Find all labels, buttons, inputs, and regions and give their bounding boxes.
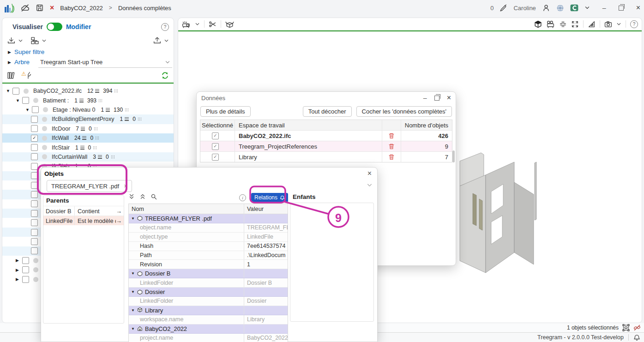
super-filtre-section[interactable]: ▶ Super filtre: [8, 48, 44, 55]
measure-setsquare-icon[interactable]: [588, 20, 596, 28]
property-row[interactable]: LinkedFolder Dossier B: [129, 278, 288, 288]
parent-row[interactable]: LinkedFile Est le modèle de →: [43, 216, 124, 225]
export-icon[interactable]: [153, 36, 162, 45]
expander-icon[interactable]: ▼: [131, 308, 135, 312]
tree-checkbox[interactable]: ✓: [31, 247, 38, 254]
projector-icon[interactable]: [182, 20, 191, 29]
property-group-row[interactable]: ▼Dossier B: [129, 269, 288, 278]
tree-checkbox[interactable]: ✓: [31, 229, 38, 236]
tree-checkbox[interactable]: ✓: [31, 210, 38, 217]
property-row[interactable]: object.type LinkedFile: [129, 233, 288, 242]
property-row[interactable]: workspace.name Library: [129, 315, 288, 324]
workspace-row[interactable]: ✓ Treegram_ProjectReferences 9: [200, 141, 452, 151]
chip-close-icon[interactable]: ×: [124, 182, 127, 190]
import-icon[interactable]: [7, 36, 16, 45]
tree-checkbox[interactable]: ✓: [32, 106, 39, 113]
pen-icon[interactable]: [500, 4, 507, 12]
close-button[interactable]: ×: [636, 4, 640, 12]
uncheck-all-button[interactable]: Tout décocher: [303, 106, 352, 117]
screenshot-camera-icon[interactable]: [604, 20, 612, 28]
tree-row[interactable]: ▼ ✓ Etage : Niveau 0 1 130: [2, 105, 174, 114]
user-avatar-icon[interactable]: [542, 4, 550, 12]
tree-checkbox[interactable]: ✓: [22, 266, 29, 273]
video-camera-icon[interactable]: [546, 20, 555, 29]
property-row[interactable]: Revision 1: [129, 260, 288, 269]
trash-icon[interactable]: [388, 154, 395, 160]
scissors-icon[interactable]: [209, 20, 217, 28]
tree-checkbox[interactable]: ✓: [31, 144, 38, 151]
search-icon[interactable]: [150, 193, 157, 200]
breadcrumb-project[interactable]: BabyCO2_2022: [60, 5, 103, 12]
tree-checkbox[interactable]: ✓: [31, 191, 38, 198]
workspace-checkbox[interactable]: ✓: [212, 143, 219, 150]
expander-icon[interactable]: ▶: [16, 277, 22, 282]
refresh-icon[interactable]: [161, 72, 169, 79]
cube-view-icon[interactable]: [534, 20, 542, 28]
user-name[interactable]: Caroline: [513, 5, 536, 12]
expander-icon[interactable]: ▼: [25, 108, 32, 112]
property-group-row[interactable]: ▼Library: [129, 306, 288, 315]
visibility-dot-icon[interactable]: [42, 154, 47, 159]
expander-icon[interactable]: ▼: [131, 271, 135, 276]
visibility-dot-icon[interactable]: [24, 89, 29, 94]
property-row[interactable]: LinkedFolder Dossier: [129, 297, 288, 306]
tree-checkbox[interactable]: ✓: [31, 219, 38, 226]
workspace-row[interactable]: ✓ BabyCO2_2022.ifc 426: [200, 130, 452, 141]
visibility-dot-icon[interactable]: [42, 145, 47, 150]
dialog-restore-button[interactable]: [434, 96, 439, 101]
tree-row[interactable]: ✓ IfcDoor 7 0: [2, 124, 174, 133]
library-books-icon[interactable]: [7, 71, 16, 80]
chevron-down-icon[interactable]: [42, 38, 47, 43]
expander-icon[interactable]: ▶: [16, 268, 22, 272]
workspace-checkbox[interactable]: ✓: [212, 132, 219, 139]
expander-icon[interactable]: ▼: [131, 216, 135, 221]
help-icon[interactable]: ?: [161, 23, 169, 31]
visibility-dot-icon[interactable]: [33, 98, 38, 103]
visibility-dot-icon[interactable]: [33, 267, 38, 272]
visibility-dot-icon[interactable]: [42, 136, 47, 141]
expand-view-icon[interactable]: [571, 20, 579, 28]
building-3d-model[interactable]: [455, 151, 545, 299]
expander-icon[interactable]: ▼: [131, 327, 135, 331]
tree-row-selected[interactable]: ✓ IfcWall 24 0: [2, 133, 174, 143]
workspace-checkbox[interactable]: ✓: [212, 154, 219, 161]
info-icon[interactable]: i: [239, 194, 246, 201]
visibility-dot-icon[interactable]: [42, 126, 47, 131]
tree-checkbox[interactable]: ✓: [31, 200, 38, 207]
selection-cube-icon[interactable]: [622, 324, 630, 331]
arrow-right-icon[interactable]: →: [116, 217, 124, 224]
arbre-section[interactable]: ▶ Arbre: [8, 59, 30, 66]
tree-checkbox[interactable]: ✓: [31, 172, 38, 179]
expander-icon[interactable]: ▼: [16, 98, 22, 103]
tree-checkbox[interactable]: ✓: [31, 153, 38, 160]
chevron-down-icon[interactable]: [616, 22, 621, 27]
tree-warning-icon[interactable]: ⚠: [21, 71, 35, 80]
visibility-dot-icon[interactable]: [33, 277, 38, 282]
expander-icon[interactable]: ▼: [131, 290, 135, 294]
scrollbar-thumb[interactable]: [452, 150, 455, 162]
parent-row[interactable]: Dossier B Contient →: [43, 206, 124, 216]
unlink-icon[interactable]: [633, 324, 641, 331]
tree-checkbox[interactable]: ✓: [31, 116, 38, 123]
tree-row[interactable]: ✓ IfcStair 1 0: [2, 143, 174, 152]
mode-toggle[interactable]: [47, 23, 62, 31]
tree-checkbox[interactable]: ✓: [31, 238, 38, 245]
expander-icon[interactable]: ▶: [8, 60, 11, 65]
property-group-row[interactable]: ▼TREEGRAM_FLYER .pdf: [129, 214, 288, 223]
dialog-collapse-chevron-icon[interactable]: [367, 182, 373, 188]
tree-checkbox[interactable]: ✓: [22, 276, 29, 283]
collapse-view-icon[interactable]: [559, 20, 567, 28]
restore-button[interactable]: [619, 6, 624, 11]
tree-select[interactable]: Treegram Start-up Tree: [38, 57, 172, 68]
tree-row[interactable]: ✓ IfcBuildingElementProxy 1 0: [2, 114, 174, 124]
property-group-row[interactable]: ▼Dossier: [129, 288, 288, 297]
chevron-down-icon[interactable]: [164, 38, 169, 43]
workspace-row[interactable]: ✓ Library 7: [200, 151, 452, 162]
close-project-icon[interactable]: ×: [50, 4, 54, 12]
minimize-button[interactable]: –: [602, 6, 606, 10]
chevron-down-icon[interactable]: [18, 38, 23, 43]
tree-checkbox-checked[interactable]: ✓: [31, 135, 38, 142]
expander-icon[interactable]: ▶: [8, 50, 11, 54]
plus-details-button[interactable]: Plus de détails: [200, 106, 251, 117]
account-badge-icon[interactable]: [570, 4, 578, 12]
